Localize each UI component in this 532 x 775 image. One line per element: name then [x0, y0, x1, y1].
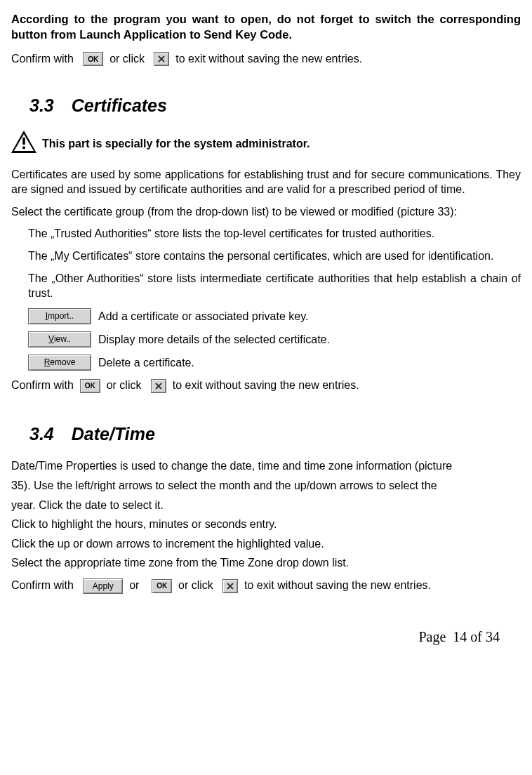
svg-rect-4 — [22, 138, 25, 145]
close-button[interactable] — [151, 379, 166, 393]
remove-button-row: Remove Delete a certificate. — [28, 355, 521, 371]
confirm3-text-d: to exit without saving the new entries. — [244, 579, 431, 591]
cert-select-paragraph: Select the certificate group (from the d… — [11, 204, 521, 220]
datetime-line-3: year. Click the date to select it. — [11, 498, 521, 513]
trusted-authorities-item: The „Trusted Authorities“ store lists th… — [28, 226, 521, 241]
warning-icon — [11, 131, 36, 157]
confirm2-text-c: to exit without saving the new entries. — [173, 379, 359, 391]
confirm-line-1: Confirm with OK or click to exit without… — [11, 51, 521, 67]
remove-description: Delete a certificate. — [98, 355, 194, 371]
confirm3-text-b: or — [129, 579, 139, 591]
confirm-line-3: Confirm with Apply or OK or click to exi… — [11, 578, 521, 594]
import-description: Add a certificate or associated private … — [98, 309, 308, 324]
import-button-row: Import.. Add a certificate or associated… — [28, 308, 521, 324]
confirm1-text-a: Confirm with — [11, 53, 74, 65]
datetime-line-5: Click the up or down arrows to increment… — [11, 536, 521, 552]
other-authorities-item: The „Other Authorities“ store lists inte… — [28, 271, 521, 301]
confirm1-text-c: to exit without saving the new entries. — [173, 53, 362, 65]
cert-intro-paragraph: Certificates are used by some applicatio… — [11, 167, 521, 197]
close-button[interactable] — [222, 579, 238, 593]
ok-button[interactable]: OK — [80, 379, 100, 393]
datetime-line-2: 35). Use the left/right arrows to select… — [11, 478, 521, 494]
view-description: Display more details of the selected cer… — [98, 332, 330, 347]
admin-note-text: This part is specially for the system ad… — [42, 136, 310, 152]
remove-button[interactable]: Remove — [28, 355, 91, 371]
import-button[interactable]: Import.. — [28, 308, 91, 324]
my-certificates-item: The „My Certificates“ store contains the… — [28, 249, 521, 264]
confirm-line-2: Confirm with OK or click to exit without… — [11, 378, 521, 393]
close-button[interactable] — [154, 52, 169, 66]
view-button[interactable]: View.. — [28, 331, 91, 347]
heading-datetime: 3.4 Date/Time — [29, 423, 521, 446]
confirm3-text-a: Confirm with — [11, 579, 74, 591]
view-button-row: View.. Display more details of the selec… — [28, 331, 521, 347]
heading-certificates: 3.3 Certificates — [29, 94, 521, 118]
datetime-line-6: Select the appropriate time zone from th… — [11, 555, 521, 571]
svg-rect-5 — [22, 147, 25, 150]
apply-button[interactable]: Apply — [83, 578, 123, 594]
page-number-footer: Page 14 of 34 — [11, 628, 521, 647]
confirm1-text-b: or click — [107, 53, 151, 65]
datetime-line-1: Date/Time Properties is used to change t… — [11, 458, 521, 474]
admin-warning-row: This part is specially for the system ad… — [11, 131, 521, 157]
ok-button[interactable]: OK — [83, 52, 103, 66]
confirm2-text-a: Confirm with — [11, 379, 74, 391]
intro-bold-paragraph: According to the program you want to ope… — [11, 11, 521, 43]
confirm2-text-b: or click — [107, 379, 142, 391]
confirm3-text-c: or click — [178, 579, 213, 591]
datetime-line-4: Click to highlight the hours, minutes or… — [11, 517, 521, 532]
ok-button[interactable]: OK — [152, 579, 172, 593]
